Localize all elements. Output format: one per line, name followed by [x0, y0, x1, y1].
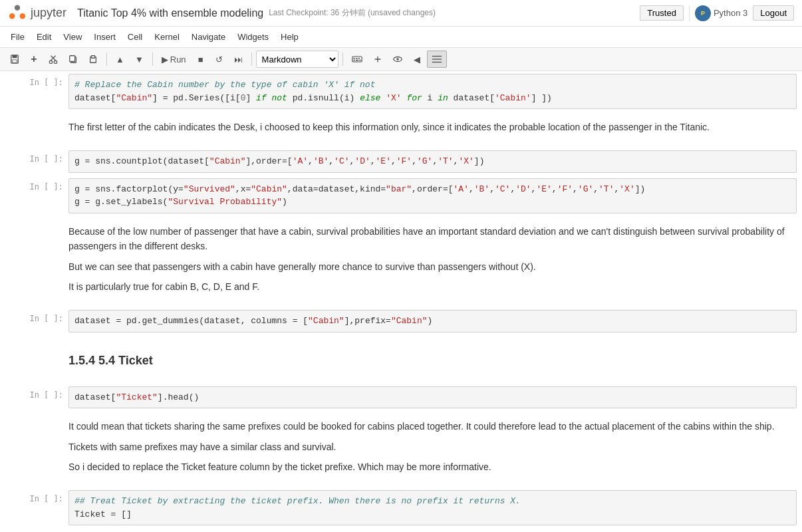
toolbar-sep-4 [342, 53, 343, 66]
save-button[interactable] [5, 51, 24, 68]
run-icon: ▶ [162, 55, 168, 65]
cell-9: It could mean that tickets sharing the s… [0, 411, 802, 487]
cell-8-content: dataset["Ticket"].head() [68, 386, 802, 409]
notebook-main: In [ ]: # Replace the Cabin number by th… [0, 71, 802, 530]
keyboard-shortcuts-button[interactable] [347, 51, 367, 68]
cell-3-content: g = sns.countplot(dataset["Cabin"],order… [68, 150, 802, 173]
cell-2-content: The first letter of the cabin indicates … [68, 114, 802, 145]
extend-selection-button[interactable] [368, 51, 387, 68]
menu-edit[interactable]: Edit [31, 29, 57, 45]
trusted-button[interactable]: Trusted [640, 5, 684, 21]
cell-9-para-2: Tickets with same prefixes may have a si… [68, 440, 797, 454]
svg-rect-6 [13, 55, 17, 58]
cell-8: In [ ]: dataset["Ticket"].head() [0, 384, 802, 412]
cell-7: 1.5.4 5.4 Ticket [0, 335, 802, 384]
keyboard-icon [352, 54, 362, 65]
cell-3: In [ ]: g = sns.countplot(dataset["Cabin… [0, 148, 802, 176]
move-down-button[interactable]: ▼ [130, 51, 148, 68]
cell-5-para-2: But we can see that passengers with a ca… [68, 259, 797, 274]
svg-point-0 [15, 5, 20, 10]
cell-4-prompt: In [ ]: [2, 178, 68, 213]
cell-6-content: dataset = pd.get_dummies(dataset, column… [68, 310, 802, 332]
menu-cell[interactable]: Cell [122, 29, 148, 45]
cell-5-content: Because of the low number of passenger t… [68, 219, 802, 305]
cell-9-para-1: It could mean that tickets sharing the s… [68, 419, 797, 434]
notebook-title: Titanic Top 4% with ensemble modeling [77, 7, 263, 19]
jupyter-wordmark: jupyter [31, 6, 67, 20]
svg-rect-18 [356, 58, 357, 59]
cut-button[interactable] [44, 51, 63, 68]
cell-1-prompt: In [ ]: [2, 74, 68, 109]
toolbar-sep-3 [251, 53, 252, 66]
menu-widgets[interactable]: Widgets [232, 29, 274, 45]
toc-button[interactable] [427, 51, 447, 68]
restart-run-button[interactable]: ⏭ [229, 51, 247, 68]
menu-insert[interactable]: Insert [88, 29, 121, 45]
cell-4: In [ ]: g = sns.factorplot(y="Survived",… [0, 176, 802, 216]
menu-view[interactable]: View [58, 29, 87, 45]
cell-5-markdown: Because of the low number of passenger t… [68, 219, 797, 305]
cell-type-select[interactable]: Markdown Code Raw NBConvert Heading [256, 51, 338, 68]
cell-9-markdown: It could mean that tickets sharing the s… [68, 414, 797, 485]
python-label: Python 3 [714, 8, 747, 18]
svg-rect-22 [359, 60, 360, 61]
run-label: Run [170, 55, 186, 65]
menu-kernel[interactable]: Kernel [149, 29, 185, 45]
cell-5: Because of the low number of passenger t… [0, 216, 802, 308]
run-button[interactable]: ▶ Run [157, 51, 191, 68]
menu-file[interactable]: File [5, 29, 30, 45]
cell-10-code[interactable]: ## Treat Ticket by extracting the ticket… [68, 490, 797, 525]
cell-1-code[interactable]: # Replace the Cabin number by the type o… [68, 74, 797, 109]
cell-6-prompt: In [ ]: [2, 310, 68, 332]
move-up-button[interactable]: ▲ [111, 51, 129, 68]
paste-icon [88, 55, 98, 64]
eye-icon [393, 55, 402, 64]
menu-help[interactable]: Help [275, 29, 304, 45]
svg-rect-19 [358, 58, 359, 59]
svg-point-1 [20, 13, 25, 19]
cell-2-prompt [2, 114, 68, 145]
svg-point-24 [396, 58, 399, 61]
cell-8-prompt: In [ ]: [2, 386, 68, 409]
python-icon: P [695, 5, 711, 21]
svg-point-2 [9, 13, 15, 19]
header-button[interactable]: ◀ [408, 51, 426, 68]
copy-icon [68, 55, 78, 64]
svg-rect-21 [356, 60, 358, 61]
cell-6-code[interactable]: dataset = pd.get_dummies(dataset, column… [68, 310, 797, 332]
cell-1-content: # Replace the Cabin number by the type o… [68, 74, 802, 109]
extend-icon [373, 55, 382, 64]
restart-button[interactable]: ↺ [211, 51, 228, 68]
paste-button[interactable] [84, 51, 102, 68]
cell-3-prompt: In [ ]: [2, 150, 68, 173]
cell-1: In [ ]: # Replace the Cabin number by th… [0, 71, 802, 112]
python-badge: P Python 3 [689, 5, 747, 21]
cell-4-code[interactable]: g = sns.factorplot(y="Survived",x="Cabin… [68, 178, 797, 213]
logout-button[interactable]: Logout [753, 5, 794, 21]
svg-rect-20 [353, 60, 354, 61]
menu-navigate[interactable]: Navigate [186, 29, 231, 45]
topbar: jupyter Titanic Top 4% with ensemble mod… [0, 0, 802, 27]
svg-rect-17 [353, 58, 354, 59]
svg-rect-7 [13, 60, 17, 63]
cell-7-content: 1.5.4 5.4 Ticket [68, 338, 802, 381]
output-toggle-button[interactable] [388, 51, 407, 68]
toolbar: + ▲ ▼ ▶ Run ■ ↺ ⏭ Markdown Code Raw NBCo… [0, 48, 802, 71]
cell-8-code[interactable]: dataset["Ticket"].head() [68, 386, 797, 409]
copy-button[interactable] [64, 51, 82, 68]
cell-5-para-3: It is particularly true for cabin B, C, … [68, 279, 797, 294]
cell-7-markdown: 1.5.4 5.4 Ticket [68, 338, 797, 381]
add-cell-button[interactable]: + [25, 51, 43, 68]
svg-rect-13 [70, 56, 75, 62]
svg-text:P: P [701, 10, 705, 17]
cell-7-prompt [2, 338, 68, 381]
jupyter-logo-svg [8, 4, 27, 23]
cell-5-para-1: Because of the low number of passenger t… [68, 224, 797, 254]
toolbar-sep-1 [106, 53, 107, 66]
cell-3-code[interactable]: g = sns.countplot(dataset["Cabin"],order… [68, 150, 797, 173]
svg-point-10 [49, 61, 52, 63]
interrupt-button[interactable]: ■ [192, 51, 209, 68]
cell-2-markdown: The first letter of the cabin indicates … [68, 114, 797, 145]
section-heading-ticket: 1.5.4 5.4 Ticket [68, 351, 797, 370]
cell-6: In [ ]: dataset = pd.get_dummies(dataset… [0, 307, 802, 335]
